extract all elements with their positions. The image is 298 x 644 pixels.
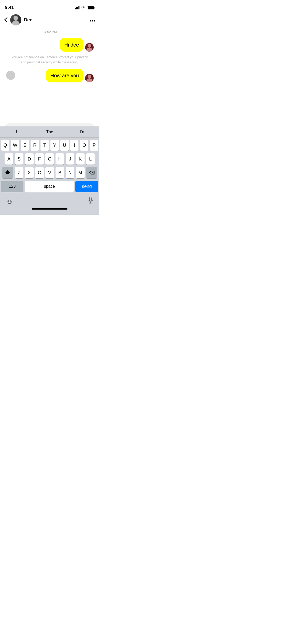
microphone-button[interactable]: [88, 197, 93, 206]
suggestions-bar: I The I'm: [0, 126, 99, 138]
key-p[interactable]: P: [90, 140, 98, 151]
key-row-2: A S D F G H J K L: [1, 153, 98, 165]
key-e[interactable]: E: [21, 140, 29, 151]
keyboard-bottom-bar: ☺: [0, 196, 99, 207]
key-w[interactable]: W: [11, 140, 19, 151]
key-l[interactable]: L: [86, 153, 95, 165]
delete-key[interactable]: [86, 167, 97, 178]
suggestion-the[interactable]: The: [33, 130, 66, 134]
key-c[interactable]: C: [35, 167, 44, 178]
key-d[interactable]: D: [25, 153, 34, 165]
key-f[interactable]: F: [35, 153, 44, 165]
emoji-button[interactable]: ☺: [6, 198, 13, 206]
key-n[interactable]: N: [66, 167, 74, 178]
status-icons: [75, 6, 94, 9]
key-g[interactable]: G: [45, 153, 54, 165]
svg-rect-3: [89, 197, 91, 201]
message-bubble: Hi dee: [60, 38, 84, 52]
key-q[interactable]: Q: [1, 140, 9, 151]
key-k[interactable]: K: [76, 153, 85, 165]
key-z[interactable]: Z: [15, 167, 23, 178]
key-s[interactable]: S: [15, 153, 23, 165]
recipient-name: Dee: [24, 17, 90, 23]
battery-icon: [87, 6, 94, 9]
wifi-icon: [81, 6, 86, 9]
keyboard-rows: Q W E R T Y U I O P A S D F G H J K L: [0, 138, 99, 196]
suggestion-im[interactable]: I'm: [66, 130, 99, 134]
key-y[interactable]: Y: [50, 140, 59, 151]
typing-indicator: [6, 71, 15, 80]
space-key[interactable]: space: [25, 181, 74, 192]
back-button[interactable]: [4, 17, 8, 23]
message-bubble: How are you: [46, 69, 84, 82]
message-row: How are you: [4, 69, 95, 82]
key-i[interactable]: I: [70, 140, 79, 151]
svg-point-0: [90, 20, 91, 22]
key-x[interactable]: X: [25, 167, 34, 178]
svg-point-2: [94, 20, 95, 22]
privacy-notice: You are not friends on Lemon8. Protect y…: [9, 55, 90, 65]
sender-avatar: [85, 74, 94, 82]
suggestion-i[interactable]: I: [0, 130, 33, 134]
message-timestamp: 04:52 PM: [4, 30, 95, 34]
key-o[interactable]: O: [80, 140, 88, 151]
keyboard-send-key[interactable]: send: [75, 181, 98, 192]
chat-header: Dee: [0, 13, 99, 27]
key-u[interactable]: U: [60, 140, 69, 151]
svg-point-1: [92, 20, 93, 22]
numbers-key[interactable]: 123: [1, 181, 23, 192]
more-options-button[interactable]: [90, 17, 95, 23]
key-row-bottom: 123 space send: [1, 181, 98, 192]
home-bar: [32, 208, 67, 210]
keyboard: I The I'm Q W E R T Y U I O P A S D F G …: [0, 126, 99, 215]
key-v[interactable]: V: [45, 167, 54, 178]
shift-key[interactable]: [2, 167, 13, 178]
chat-area: 04:52 PM Hi dee You are not friends on L…: [0, 27, 99, 124]
key-a[interactable]: A: [5, 153, 13, 165]
key-r[interactable]: R: [31, 140, 39, 151]
key-row-1: Q W E R T Y U I O P: [1, 140, 98, 151]
sender-avatar: [85, 43, 94, 52]
status-bar: 9:41: [0, 0, 99, 13]
key-t[interactable]: T: [40, 140, 49, 151]
key-m[interactable]: M: [76, 167, 85, 178]
shift-icon: [5, 170, 10, 175]
signal-icon: [75, 6, 79, 9]
key-b[interactable]: B: [56, 167, 64, 178]
status-time: 9:41: [5, 5, 14, 10]
key-j[interactable]: J: [66, 153, 74, 165]
message-row: Hi dee: [4, 38, 95, 52]
key-h[interactable]: H: [56, 153, 64, 165]
key-row-3: Z X C V B N M: [1, 167, 98, 178]
recipient-avatar: [10, 14, 21, 25]
